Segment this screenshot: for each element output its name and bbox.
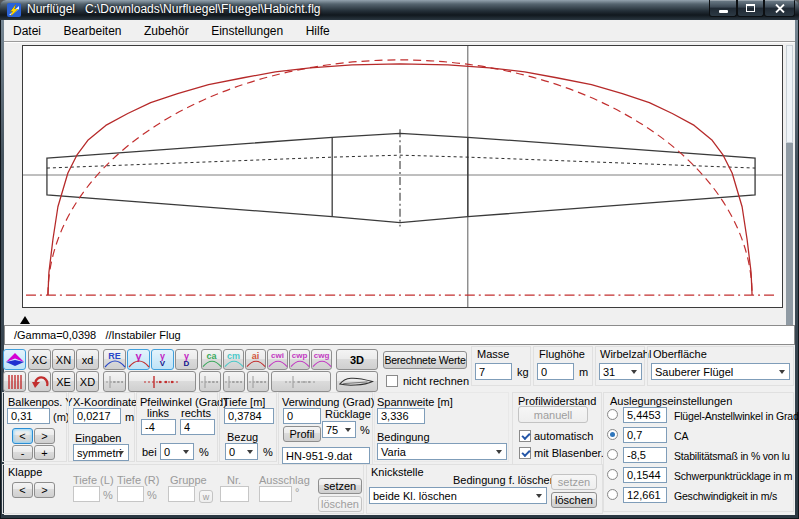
gamma-v-sub-label: V — [160, 360, 165, 368]
menu-item-einstellungen[interactable]: Einstellungen — [202, 20, 292, 41]
klappe-prev-button[interactable]: < — [12, 482, 33, 498]
cwi-plot-button[interactable]: cwi — [267, 349, 288, 370]
knickstelle-bedingung-select[interactable]: beide Kl. löschen — [369, 487, 547, 504]
wing-planform-drawing — [23, 46, 782, 307]
pfeilwinkel-rechts-input[interactable] — [180, 419, 215, 435]
balkenpos-group: Balkenpos. Y (m) < > - + — [2, 392, 67, 462]
nicht-rechnen-label[interactable]: nicht rechnen — [403, 375, 469, 388]
wirbelzahl-select[interactable]: 31 — [599, 363, 642, 380]
klappe-next-button[interactable]: > — [34, 482, 55, 498]
klappe-ausschlag-input[interactable] — [259, 486, 292, 502]
auslegung-input-3[interactable] — [623, 467, 667, 483]
menu-item-datei[interactable]: Datei — [4, 20, 50, 41]
axis-marker-wide-button[interactable] — [271, 371, 331, 392]
verwindung-input[interactable] — [283, 408, 321, 424]
ruecklage-select[interactable]: 75 — [322, 421, 356, 438]
menu-item-zubehoer[interactable]: Zubehör — [135, 20, 198, 41]
gruppe-w-button[interactable]: w — [199, 490, 213, 503]
maximize-button[interactable] — [737, 0, 764, 17]
axis-marker-button-1[interactable] — [103, 371, 126, 392]
undo-button[interactable] — [28, 371, 51, 392]
wirbelzahl-value: 31 — [603, 366, 615, 378]
blasenber-checkbox[interactable] — [519, 447, 531, 459]
tiefe-input[interactable] — [224, 408, 274, 424]
balken-plus-button[interactable]: + — [34, 445, 55, 460]
xkoordinate-input[interactable] — [73, 408, 121, 424]
axis-marker-button-3[interactable] — [223, 371, 245, 392]
auslegung-input-0[interactable] — [623, 407, 667, 423]
xn-button[interactable]: XN — [52, 349, 75, 370]
ai-plot-button[interactable]: ai — [245, 349, 266, 370]
oberflaeche-select[interactable]: Sauberer Flügel — [651, 363, 790, 380]
wing-view-button[interactable] — [3, 349, 26, 370]
klappe-setzen-button[interactable]: setzen — [318, 478, 362, 494]
klappe-nr-input[interactable] — [220, 486, 249, 502]
cm-plot-button[interactable]: cm — [223, 349, 244, 370]
klappe-gruppe-input[interactable] — [168, 486, 195, 502]
auslegung-input-4[interactable] — [623, 487, 667, 503]
ruecklage-label: Rücklage — [325, 408, 371, 421]
right-scrollbar[interactable] — [786, 45, 793, 143]
auslegung-radio-1[interactable] — [607, 429, 618, 440]
re-plot-button[interactable]: RE — [103, 349, 126, 370]
close-button[interactable] — [764, 0, 795, 17]
profil-button[interactable]: Profil — [283, 426, 321, 442]
klappe-tiefe-l-input[interactable] — [73, 486, 100, 502]
3d-view-button[interactable]: 3D — [336, 349, 378, 370]
xd-caps-button[interactable]: XD — [76, 371, 99, 392]
blasenber-label[interactable]: mit Blasenber. — [534, 447, 604, 460]
auslegung-input-1[interactable] — [623, 427, 667, 443]
axis-marker-button-4[interactable] — [247, 371, 269, 392]
gamma-plot-button[interactable]: γ — [127, 349, 150, 370]
spannweite-input[interactable] — [377, 408, 425, 424]
klappe-tiefe-r-input[interactable] — [117, 486, 144, 502]
bei-select[interactable]: 0 — [160, 443, 194, 460]
xc-button[interactable]: XC — [28, 349, 51, 370]
gamma-v-plot-button[interactable]: γ V — [151, 349, 174, 370]
bei-value: 0 — [164, 446, 170, 458]
pfeilwinkel-links-input[interactable] — [141, 419, 176, 435]
automatisch-checkbox[interactable] — [519, 430, 531, 442]
balken-minus-button[interactable]: - — [12, 445, 33, 460]
knickstelle-loeschen-button[interactable]: löschen — [551, 492, 597, 508]
ca-plot-button[interactable]: ca — [201, 349, 222, 370]
right-scrollbar-thumb[interactable] — [786, 143, 793, 325]
balken-prev-button[interactable]: < — [12, 428, 33, 444]
airfoil-button[interactable] — [336, 371, 378, 392]
cwg-plot-button[interactable]: cwg — [311, 349, 332, 370]
automatisch-label[interactable]: automatisch — [534, 430, 593, 443]
balken-next-button[interactable]: > — [34, 428, 55, 444]
klappe-loeschen-button[interactable]: löschen — [318, 496, 362, 512]
auslegung-radio-3[interactable] — [607, 469, 618, 480]
bedingung-select[interactable]: Varia — [377, 443, 507, 460]
xe-button[interactable]: XE — [52, 371, 75, 392]
menu-item-bearbeiten[interactable]: Bearbeiten — [54, 20, 130, 41]
oberflaeche-label: Oberfläche — [653, 348, 707, 361]
eingaben-select[interactable]: symmetri — [73, 444, 129, 461]
profil-file-input[interactable] — [282, 447, 370, 464]
axis-marker-button-2[interactable] — [199, 371, 221, 392]
minimize-button[interactable] — [709, 0, 737, 17]
masse-input[interactable] — [475, 363, 512, 380]
auslegung-radio-2[interactable] — [607, 449, 618, 460]
auslegung-radio-4[interactable] — [607, 489, 618, 500]
menu-item-hilfe[interactable]: Hilfe — [297, 20, 339, 41]
nicht-rechnen-checkbox[interactable] — [386, 375, 398, 387]
knickstelle-setzen-button[interactable]: setzen — [551, 474, 597, 490]
manuell-button[interactable]: manuell — [518, 406, 588, 423]
cwp-plot-button[interactable]: cwp — [289, 349, 310, 370]
axis-marker-red-icon — [142, 375, 182, 389]
auslegung-radio-0[interactable] — [607, 409, 618, 420]
axis-marker-red-button[interactable] — [128, 371, 196, 392]
berechnete-werte-button[interactable]: Berechnete Werte — [383, 351, 467, 369]
bezug-select[interactable]: 0 — [225, 443, 258, 460]
wing-planform-canvas[interactable] — [22, 45, 783, 308]
chevron-down-icon — [183, 450, 189, 454]
flughoehe-input[interactable] — [537, 363, 574, 380]
balkenpos-input[interactable] — [7, 408, 50, 424]
gamma-d-plot-button[interactable]: γ D — [175, 349, 198, 370]
auslegung-input-2[interactable] — [623, 447, 667, 463]
masse-unit: kg — [517, 366, 529, 379]
stripes-button[interactable] — [3, 371, 26, 392]
xd-button[interactable]: xd — [76, 349, 99, 370]
